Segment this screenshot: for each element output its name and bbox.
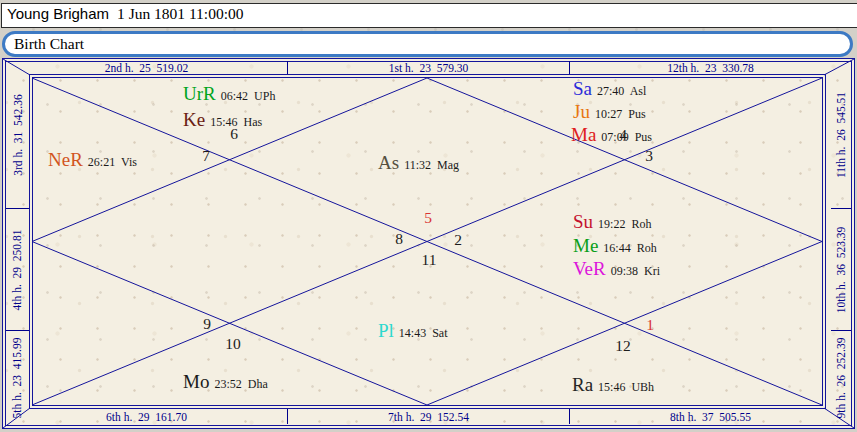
planet-abbr: Mo (183, 372, 209, 391)
planet-abbr: Pl (378, 321, 394, 340)
house-number: 1 (646, 317, 654, 333)
planet-entry: UrR06:42 UPh (183, 84, 275, 103)
planet-detail: 06:42 UPh (221, 90, 276, 102)
house-number: 12 (615, 338, 631, 354)
planet-abbr: Ma (571, 125, 596, 144)
planet-entry: Ma07:09 Pus (571, 125, 652, 144)
app-background: { "window": { "name": "Young Brigham", "… (0, 0, 857, 432)
planet-abbr: Sa (573, 79, 592, 98)
planet-detail: 26:21 Vis (88, 156, 137, 168)
house-number: 2 (454, 232, 462, 248)
planet-entry: NeR26:21 Vis (48, 150, 137, 169)
house-number: 3 (645, 148, 653, 164)
planet-detail: 07:09 Pus (601, 131, 652, 143)
planet-abbr: Ke (183, 110, 205, 129)
planet-entry: As11:32 Mag (378, 153, 459, 172)
chart-layer: 675821143910112UrR06:42 UPhKe15:46 HasNe… (2, 58, 855, 429)
planet-entry: Mo23:52 Dha (183, 372, 268, 391)
planet-abbr: Ju (573, 102, 590, 121)
house-number: 7 (202, 148, 210, 164)
tab-birth-chart[interactable]: Birth Chart (2, 31, 853, 57)
planet-abbr: VeR (573, 259, 606, 278)
planet-entry: Me16:44 Roh (573, 236, 657, 255)
planet-entry: Ra15:46 UBh (572, 375, 654, 394)
planet-detail: 11:32 Mag (404, 159, 459, 171)
planet-abbr: UrR (183, 84, 216, 103)
planet-abbr: NeR (48, 150, 83, 169)
planet-entry: Su19:22 Roh (573, 212, 651, 231)
house-number: 8 (395, 231, 403, 247)
planet-entry: VeR09:38 Kri (573, 259, 660, 278)
planet-detail: 19:22 Roh (598, 218, 651, 230)
house-number: 9 (203, 316, 211, 332)
planet-detail: 27:40 Asl (597, 85, 646, 97)
planet-abbr: Ra (572, 375, 593, 394)
planet-detail: 23:52 Dha (214, 378, 267, 390)
tab-label: Birth Chart (5, 35, 84, 53)
planet-detail: 09:38 Kri (611, 265, 660, 277)
planet-detail: 14:43 Sat (399, 327, 448, 339)
chart-datetime: 1 Jun 1801 11:00:00 (117, 5, 243, 23)
planet-entry: Ke15:46 Has (183, 110, 262, 129)
planet-entry: Ju10:27 Pus (573, 102, 646, 121)
planet-detail: 16:44 Roh (603, 242, 656, 254)
house-number: 11 (422, 252, 437, 268)
planet-abbr: As (378, 153, 399, 172)
window-title-bar: Young Brigham 1 Jun 1801 11:00:00 (1, 3, 857, 28)
chart-person-name: Young Brigham (7, 5, 109, 22)
house-number: 10 (225, 336, 241, 352)
planet-abbr: Me (573, 236, 598, 255)
planet-detail: 15:46 UBh (598, 381, 654, 393)
planet-detail: 10:27 Pus (595, 108, 646, 120)
planet-entry: Pl14:43 Sat (378, 321, 448, 340)
planet-abbr: Su (573, 212, 593, 231)
birth-chart-panel: 2nd h. 25 519.02 1st h. 23 579.30 12th h… (2, 58, 855, 429)
house-number: 5 (424, 210, 432, 226)
planet-entry: Sa27:40 Asl (573, 79, 646, 98)
planet-detail: 15:46 Has (210, 116, 262, 128)
